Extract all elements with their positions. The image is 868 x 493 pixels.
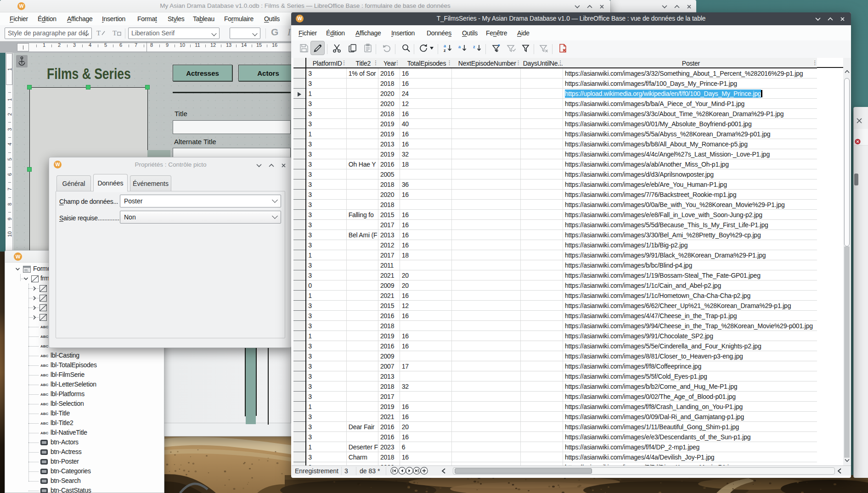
svg-text:T: T <box>113 29 117 37</box>
svg-text:W: W <box>16 254 21 259</box>
svg-text:T: T <box>96 29 101 37</box>
svg-text:a: a <box>458 45 461 49</box>
svg-text:a: a <box>444 44 446 48</box>
svg-text:z: z <box>473 45 475 49</box>
svg-text:z: z <box>444 48 446 53</box>
